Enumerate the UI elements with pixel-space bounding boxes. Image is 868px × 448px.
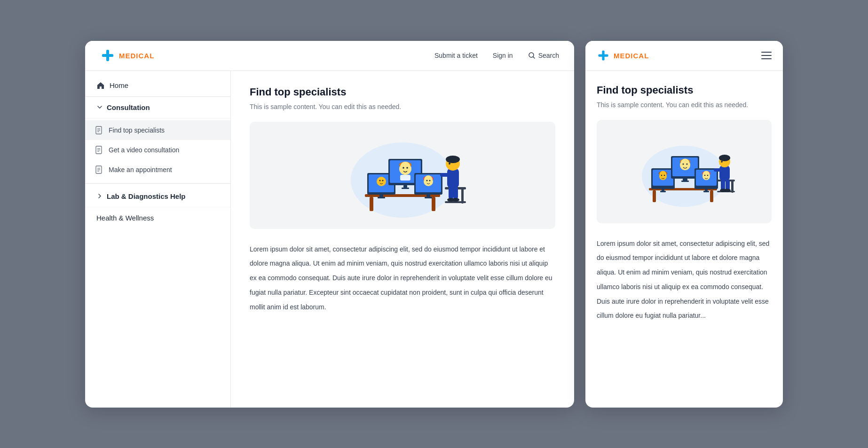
hamburger-line-2: [761, 55, 772, 56]
svg-rect-53: [449, 187, 453, 199]
body-text: Lorem ipsum dolor sit amet, consectetur …: [250, 242, 555, 314]
svg-rect-98: [721, 180, 725, 190]
svg-point-42: [426, 180, 428, 181]
svg-rect-47: [461, 187, 464, 204]
header: MEDICAL Submit a ticket Sign in Search: [85, 41, 574, 71]
mobile-telemedicine-illustration: [623, 136, 745, 207]
desktop-window: MEDICAL Submit a ticket Sign in Search H…: [85, 41, 574, 408]
mobile-window: MEDICAL Find top specialists This is sam…: [585, 41, 783, 408]
hamburger-menu[interactable]: [761, 52, 772, 59]
sidebar-divider-1: [85, 183, 230, 184]
chevron-right-icon: [96, 193, 103, 199]
sidebar-consultation-header[interactable]: Consultation: [85, 97, 230, 118]
svg-rect-18: [370, 197, 373, 211]
svg-rect-19: [432, 197, 435, 211]
mobile-page-subtitle: This is sample content. You can edit thi…: [597, 101, 772, 109]
svg-rect-54: [453, 187, 458, 199]
telemedicine-illustration: [327, 133, 478, 218]
mobile-content: Find top specialists This is sample cont…: [585, 71, 783, 408]
svg-rect-49: [447, 168, 459, 188]
svg-rect-57: [440, 173, 450, 177]
document-icon-1: [95, 126, 103, 134]
svg-point-96: [719, 155, 730, 161]
illustration-box: [250, 122, 555, 229]
svg-point-33: [406, 167, 408, 169]
svg-point-51: [446, 156, 460, 163]
consultation-sub-items: Find top specialists Get a video consult…: [85, 118, 230, 181]
header-nav: Submit a ticket Sign in Search: [434, 52, 559, 59]
hamburger-line-3: [761, 58, 772, 59]
svg-rect-72: [660, 191, 666, 192]
svg-rect-34: [400, 175, 410, 181]
sidebar-lab-header[interactable]: Lab & Diagnostics Help: [85, 186, 230, 207]
sidebar: Home Consultation Find top specialists: [85, 71, 231, 408]
mobile-logo[interactable]: MEDICAL: [597, 49, 649, 62]
svg-point-52: [449, 163, 450, 165]
svg-rect-45: [425, 197, 432, 198]
sidebar-health-wellness[interactable]: Health & Wellness: [85, 207, 230, 228]
svg-point-70: [664, 174, 665, 176]
svg-point-31: [400, 162, 410, 172]
svg-rect-80: [683, 179, 687, 181]
mobile-logo-icon: [597, 49, 610, 62]
svg-point-56: [452, 198, 459, 202]
svg-point-68: [660, 171, 667, 178]
svg-point-79: [687, 163, 688, 165]
svg-rect-99: [726, 180, 730, 190]
svg-rect-71: [662, 189, 664, 191]
svg-rect-25: [379, 195, 383, 197]
logo[interactable]: MEDICAL: [100, 48, 154, 63]
document-icon-2: [95, 146, 103, 154]
svg-point-97: [721, 161, 723, 163]
svg-point-87: [704, 174, 706, 176]
hamburger-line-1: [761, 52, 772, 53]
svg-rect-26: [378, 197, 385, 198]
svg-rect-81: [681, 181, 689, 182]
svg-rect-102: [714, 168, 721, 172]
svg-point-77: [681, 158, 690, 167]
svg-rect-63: [710, 190, 713, 202]
mobile-brand-name: MEDICAL: [614, 52, 649, 60]
page-subtitle: This is sample content. You can edit thi…: [250, 103, 555, 110]
sidebar-item-find-specialists[interactable]: Find top specialists: [85, 120, 230, 140]
svg-rect-90: [703, 191, 709, 192]
chevron-down-icon: [96, 104, 103, 110]
svg-point-43: [429, 180, 431, 181]
svg-point-32: [402, 167, 404, 169]
svg-rect-44: [426, 195, 430, 197]
svg-point-24: [382, 180, 384, 181]
svg-rect-94: [719, 165, 730, 181]
svg-rect-36: [402, 188, 409, 189]
svg-point-22: [377, 177, 386, 186]
sidebar-item-home[interactable]: Home: [85, 75, 230, 97]
svg-rect-89: [705, 189, 708, 191]
search-button[interactable]: Search: [528, 52, 559, 59]
search-icon: [528, 52, 536, 59]
sidebar-item-video-consultation[interactable]: Get a video consultation: [85, 140, 230, 160]
svg-rect-1: [102, 54, 113, 57]
home-icon: [96, 81, 105, 90]
svg-point-23: [379, 180, 381, 181]
page-title: Find top specialists: [250, 86, 555, 98]
mobile-body-text: Lorem ipsum dolor sit amet, consectetur …: [597, 236, 772, 323]
sign-in-link[interactable]: Sign in: [493, 52, 513, 59]
svg-point-88: [707, 174, 709, 176]
main-content: Find top specialists This is sample cont…: [231, 71, 574, 408]
svg-point-101: [724, 189, 731, 192]
svg-rect-92: [731, 180, 734, 193]
brand-name: MEDICAL: [119, 52, 154, 60]
svg-rect-62: [653, 190, 656, 202]
svg-point-41: [424, 175, 433, 184]
body-layout: Home Consultation Find top specialists: [85, 71, 574, 408]
mobile-illustration-box: [597, 120, 772, 223]
mobile-header: MEDICAL: [585, 41, 783, 71]
svg-point-86: [703, 171, 710, 178]
svg-point-69: [661, 174, 663, 176]
submit-ticket-link[interactable]: Submit a ticket: [434, 52, 478, 59]
document-icon-3: [95, 165, 103, 174]
mobile-page-title: Find top specialists: [597, 84, 772, 96]
svg-line-3: [533, 57, 535, 59]
svg-point-78: [683, 163, 684, 165]
svg-rect-35: [403, 185, 407, 188]
sidebar-item-make-appointment[interactable]: Make an appointment: [85, 160, 230, 180]
